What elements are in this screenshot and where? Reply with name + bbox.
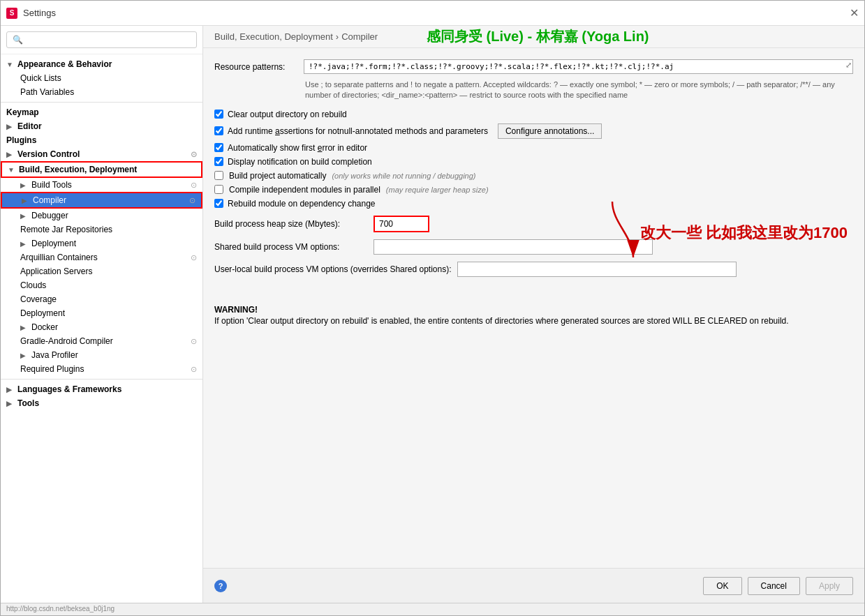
checkbox-display-notification: Display notification on build completion — [214, 157, 853, 167]
checkbox-auto-show-error: Automatically show first error in editor — [214, 143, 853, 153]
auto-show-error-checkbox[interactable] — [214, 143, 223, 152]
sidebar-item-deployment[interactable]: ▶ Deployment — [1, 236, 202, 250]
display-notification-checkbox[interactable] — [214, 157, 223, 166]
configure-annotations-button[interactable]: Configure annotations... — [498, 123, 602, 139]
warning-section: WARNING! If option 'Clear output directo… — [214, 305, 853, 327]
breadcrumb-current: Compiler — [341, 31, 378, 42]
user-local-vm-row: User-local build process VM options (ove… — [214, 262, 853, 277]
sidebar-item-gradle-android[interactable]: Gradle-Android Compiler ⊙ — [1, 334, 202, 348]
resource-patterns-label: Resource patterns: — [214, 59, 298, 72]
cancel-button[interactable]: Cancel — [748, 577, 800, 595]
arrow-icon: ▶ — [6, 400, 15, 407]
checkbox-rebuild-module: Rebuild module on dependency change — [214, 199, 853, 209]
sidebar-item-appearance[interactable]: ▼ Appearance & Behavior — [1, 57, 202, 71]
breadcrumb-container: Build, Execution, Deployment › Compiler … — [203, 26, 864, 48]
separator — [1, 379, 202, 380]
checkbox-clear-output: Clear output directory on rebuild — [214, 110, 853, 119]
arrow-icon: ▶ — [6, 151, 15, 158]
sidebar-item-version-control[interactable]: ▶ Version Control ⊙ — [1, 147, 202, 161]
heap-size-input[interactable] — [374, 216, 429, 232]
sidebar-item-languages[interactable]: ▶ Languages & Frameworks — [1, 382, 202, 396]
sidebar-tree: ▼ Appearance & Behavior Quick Lists Path… — [1, 54, 202, 603]
sidebar-item-required-plugins[interactable]: Required Plugins ⊙ — [1, 362, 202, 376]
warning-title: WARNING! — [214, 305, 853, 315]
search-input[interactable] — [6, 31, 197, 48]
status-url: http://blog.csdn.net/beksea_b0j1ng — [6, 605, 114, 613]
arrow-icon: ▼ — [8, 166, 16, 174]
copy-icon: ⊙ — [191, 337, 197, 346]
arrow-icon: ▶ — [20, 181, 29, 189]
rebuild-module-checkbox[interactable] — [214, 199, 223, 208]
copy-icon: ⊙ — [189, 196, 195, 205]
sidebar-item-coverage[interactable]: Coverage — [1, 292, 202, 306]
title-bar: S Settings ✕ — [1, 1, 864, 26]
user-local-vm-label: User-local build process VM options (ove… — [214, 264, 452, 274]
breadcrumb-arrow: › — [336, 31, 339, 42]
bottom-bar: ? OK Cancel Apply — [203, 568, 864, 603]
copy-icon: ⊙ — [191, 181, 197, 190]
sidebar-item-java-profiler[interactable]: ▶ Java Profiler — [1, 348, 202, 362]
sidebar-item-path-variables[interactable]: Path Variables — [1, 85, 202, 99]
user-local-vm-input[interactable] — [457, 262, 737, 277]
sidebar-item-compiler[interactable]: ▶ Compiler ⊙ — [1, 192, 202, 209]
main-content: ▼ Appearance & Behavior Quick Lists Path… — [1, 26, 864, 603]
build-auto-checkbox[interactable] — [214, 171, 223, 180]
sidebar: ▼ Appearance & Behavior Quick Lists Path… — [1, 26, 203, 603]
sidebar-item-debugger[interactable]: ▶ Debugger — [1, 209, 202, 223]
sidebar-item-build-exec[interactable]: ▼ Build, Execution, Deployment — [1, 161, 202, 178]
checkbox-compile-parallel: Compile independent modules in parallel … — [214, 185, 853, 195]
arrow-annotation: 改大一些 比如我这里改为1700 — [598, 202, 654, 266]
arrow-icon: ▶ — [20, 324, 29, 331]
search-bar — [1, 26, 202, 54]
heap-size-label: Build process heap size (Mbytes): — [214, 219, 368, 229]
arrow-icon: ▶ — [20, 352, 29, 359]
build-auto-note: (only works while not running / debuggin… — [332, 172, 475, 180]
sidebar-item-quick-lists[interactable]: Quick Lists — [1, 71, 202, 85]
sidebar-item-tools[interactable]: ▶ Tools — [1, 396, 202, 410]
annotation-text: 改大一些 比如我这里改为1700 — [640, 223, 848, 243]
sidebar-item-arquillian[interactable]: Arquillian Containers ⊙ — [1, 250, 202, 264]
heap-annotation-container: Build process heap size (Mbytes): — [214, 216, 853, 232]
checkbox-build-auto: Build project automatically (only works … — [214, 171, 853, 181]
arrow-icon: ▶ — [6, 123, 15, 130]
expand-icon: ▼ — [6, 61, 15, 68]
title-bar-left: S Settings — [6, 8, 56, 19]
resource-patterns-row: Resource patterns: ⤢ — [214, 59, 853, 74]
copy-icon: ⊙ — [191, 150, 197, 159]
resource-patterns-field: ⤢ — [304, 59, 853, 74]
copy-icon: ⊙ — [191, 253, 197, 262]
bottom-buttons: OK Cancel Apply — [703, 577, 853, 595]
copy-icon: ⊙ — [191, 365, 197, 374]
compile-parallel-checkbox[interactable] — [214, 185, 223, 194]
settings-window: S Settings ✕ ▼ Appearance & Behavior Qui… — [0, 0, 865, 616]
checkbox-add-runtime: Add runtime assertions for notnull-annot… — [214, 123, 853, 139]
add-runtime-checkbox[interactable] — [214, 126, 223, 135]
sidebar-item-app-servers[interactable]: Application Servers — [1, 264, 202, 278]
expand-icon[interactable]: ⤢ — [845, 61, 852, 70]
sidebar-item-build-tools[interactable]: ▶ Build Tools ⊙ — [1, 178, 202, 192]
sidebar-item-docker[interactable]: ▶ Docker — [1, 320, 202, 334]
sidebar-item-deployment2[interactable]: Deployment — [1, 306, 202, 320]
breadcrumb-parent: Build, Execution, Deployment — [214, 31, 333, 42]
app-icon: S — [6, 8, 17, 19]
bottom-help: ? — [214, 580, 227, 592]
sidebar-item-keymap[interactable]: Keymap — [1, 105, 202, 119]
arrow-icon: ▶ — [22, 197, 30, 204]
sidebar-item-clouds[interactable]: Clouds — [1, 278, 202, 292]
resource-hint: Use ; to separate patterns and ! to nega… — [214, 80, 853, 101]
sidebar-item-plugins[interactable]: Plugins — [1, 133, 202, 147]
compile-parallel-note: (may require larger heap size) — [386, 186, 489, 194]
shared-vm-label: Shared build process VM options: — [214, 242, 368, 252]
help-icon[interactable]: ? — [214, 580, 227, 592]
close-icon[interactable]: ✕ — [850, 6, 859, 20]
panel-content: Resource patterns: ⤢ Use ; to separate p… — [203, 48, 864, 568]
sidebar-item-editor[interactable]: ▶ Editor — [1, 119, 202, 133]
clear-output-checkbox[interactable] — [214, 110, 223, 119]
sidebar-item-remote-jar[interactable]: Remote Jar Repositories — [1, 223, 202, 236]
arrow-icon: ▶ — [6, 386, 15, 393]
separator — [1, 102, 202, 103]
apply-button[interactable]: Apply — [806, 577, 853, 595]
resource-patterns-input[interactable] — [304, 59, 853, 74]
right-panel: Build, Execution, Deployment › Compiler … — [203, 26, 864, 603]
ok-button[interactable]: OK — [703, 577, 741, 595]
